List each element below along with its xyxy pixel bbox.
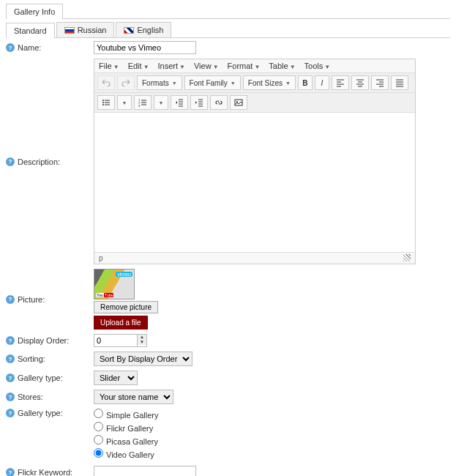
radio-simple[interactable]: Simple Gallery: [94, 409, 450, 420]
menu-insert[interactable]: Insert▼: [158, 62, 185, 70]
flickr-keyword-input[interactable]: [94, 466, 196, 476]
radio-flickr[interactable]: Flickr Gallery: [94, 422, 450, 433]
tab-label: Gallery Info: [14, 7, 55, 16]
svg-point-0: [102, 100, 104, 101]
label-stores: Stores:: [18, 393, 43, 401]
align-center-icon[interactable]: [351, 75, 369, 90]
picture-thumbnail: vimeo YouTube: [94, 269, 135, 300]
main-tabs: Gallery Info: [6, 3, 450, 19]
help-icon[interactable]: ?: [6, 43, 15, 52]
menu-view[interactable]: View▼: [194, 62, 219, 70]
label-gallery-type2: Gallery type:: [18, 409, 63, 417]
italic-button[interactable]: I: [315, 75, 329, 90]
indent-icon[interactable]: [190, 95, 208, 110]
outdent-icon[interactable]: [171, 95, 188, 110]
formats-dropdown[interactable]: Formats▼: [137, 75, 182, 90]
label-display-order: Display Order:: [18, 336, 69, 345]
spin-down-icon[interactable]: ▼: [138, 340, 146, 345]
youtube-badge-icon: YouTube: [96, 293, 114, 297]
bulletlist-caret[interactable]: ▼: [117, 95, 132, 110]
svg-point-2: [102, 104, 104, 105]
label-sorting: Sorting:: [18, 354, 45, 363]
rich-editor: File▼ Edit▼ Insert▼ View▼ Format▼ Table▼…: [94, 59, 416, 264]
link-icon[interactable]: [210, 95, 228, 110]
label-picture: Picture:: [18, 295, 45, 304]
menu-edit[interactable]: Edit▼: [128, 62, 149, 70]
remove-picture-button[interactable]: Remove picture: [94, 301, 158, 313]
flag-en-icon: [124, 27, 134, 34]
help-icon[interactable]: ?: [6, 295, 15, 304]
label-description: Description:: [18, 157, 60, 166]
menu-file[interactable]: File▼: [99, 62, 119, 70]
numlist-caret[interactable]: ▼: [154, 95, 168, 110]
align-left-icon[interactable]: [332, 75, 349, 90]
image-icon[interactable]: [230, 95, 247, 110]
help-icon[interactable]: ?: [6, 468, 15, 476]
help-icon[interactable]: ?: [6, 354, 15, 363]
align-right-icon[interactable]: [371, 75, 389, 90]
editor-content[interactable]: [94, 113, 415, 252]
flag-ru-icon: [64, 27, 75, 34]
label-flickr-keyword: Flickr Keyword:: [18, 468, 72, 476]
stores-select[interactable]: Your store name: [94, 390, 173, 404]
tab-gallery-info[interactable]: Gallery Info: [6, 4, 63, 19]
lang-tabs: Standard Russian English: [6, 22, 450, 38]
gallery-type-select[interactable]: Slider: [94, 371, 138, 385]
help-icon[interactable]: ?: [6, 409, 15, 417]
fontsize-dropdown[interactable]: Font Sizes▼: [243, 75, 296, 90]
label-name: Name:: [18, 43, 41, 52]
help-icon[interactable]: ?: [6, 157, 15, 166]
resize-grip-icon[interactable]: [403, 254, 411, 261]
editor-menubar: File▼ Edit▼ Insert▼ View▼ Format▼ Table▼…: [94, 59, 415, 73]
svg-text:3: 3: [138, 104, 141, 107]
bold-button[interactable]: B: [298, 75, 313, 90]
help-icon[interactable]: ?: [6, 393, 15, 401]
help-icon[interactable]: ?: [6, 336, 15, 345]
fontfamily-dropdown[interactable]: Font Family▼: [184, 75, 241, 90]
upload-file-button[interactable]: Upload a file: [94, 316, 148, 330]
undo-icon[interactable]: [97, 75, 115, 90]
editor-toolbar-2: ▼ 123 ▼: [94, 93, 415, 113]
label-gallery-type: Gallery type:: [18, 373, 63, 382]
help-icon[interactable]: ?: [6, 373, 15, 382]
radio-picasa[interactable]: Picasa Gallery: [94, 435, 450, 446]
editor-path: p: [99, 254, 103, 262]
gallery-type-radios: Simple Gallery Flickr Gallery Picasa Gal…: [94, 409, 450, 461]
radio-video[interactable]: Video Gallery: [94, 448, 450, 459]
tab-standard[interactable]: Standard: [6, 23, 55, 38]
menu-table[interactable]: Table▼: [269, 62, 295, 70]
numlist-icon[interactable]: 123: [134, 95, 152, 110]
sorting-select[interactable]: Sort By Display Order: [94, 352, 193, 366]
editor-statusbar: p: [94, 252, 415, 264]
menu-format[interactable]: Format▼: [228, 62, 261, 70]
spin-up-icon[interactable]: ▲: [138, 335, 146, 340]
editor-toolbar-1: Formats▼ Font Family▼ Font Sizes▼ B I: [94, 73, 415, 93]
tab-russian[interactable]: Russian: [56, 22, 115, 37]
name-input[interactable]: [94, 41, 196, 54]
redo-icon[interactable]: [117, 75, 135, 90]
menu-tools[interactable]: Tools▼: [304, 62, 331, 70]
svg-point-1: [102, 102, 104, 103]
vimeo-badge-icon: vimeo: [116, 272, 132, 277]
display-order-input[interactable]: [94, 334, 138, 347]
tab-english[interactable]: English: [116, 22, 171, 37]
align-justify-icon[interactable]: [391, 75, 408, 90]
bulletlist-icon[interactable]: [97, 95, 115, 110]
